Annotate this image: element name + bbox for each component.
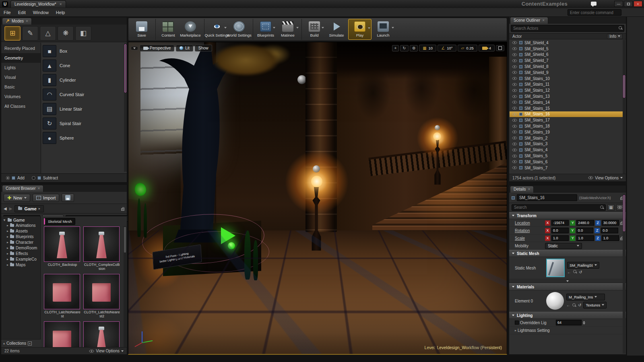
show-flags-button[interactable]: Show <box>195 45 212 51</box>
mode-category[interactable]: Lights <box>1 63 41 72</box>
chevron-down-icon[interactable] <box>322 27 324 29</box>
asset-tile[interactable]: CLOTH_Weight <box>83 321 120 347</box>
visibility-eye-icon[interactable] <box>512 113 517 116</box>
outliner-row[interactable]: SM_Shield_7 <box>510 58 623 64</box>
static-mesh-thumbnail[interactable] <box>546 259 565 277</box>
expand-arrow-icon[interactable]: ▸ <box>515 329 516 332</box>
minimize-button[interactable]: — <box>614 1 623 7</box>
view-options-button[interactable]: View Options <box>89 349 124 353</box>
expand-arrow-icon[interactable]: ▸ <box>7 241 8 244</box>
toolbar-button[interactable]: Matinee <box>276 19 299 40</box>
close-tab-icon[interactable]: × <box>528 187 530 191</box>
visibility-eye-icon[interactable] <box>512 136 517 140</box>
outliner-row[interactable]: SM_Shield_8 <box>510 64 623 70</box>
visibility-eye-icon[interactable] <box>512 148 517 152</box>
outliner-row[interactable]: SM_Stairs_3 <box>510 141 623 147</box>
scale-x-field[interactable]: 1.0 <box>551 235 569 241</box>
expand-arrow-icon[interactable]: ▸ <box>7 235 8 239</box>
visibility-eye-icon[interactable] <box>512 160 517 163</box>
actor-column-header[interactable]: Actor <box>512 34 522 39</box>
geometry-item[interactable]: Cylinder <box>43 73 125 87</box>
import-button[interactable]: ↓ Import <box>33 194 59 202</box>
visibility-eye-icon[interactable] <box>512 154 517 158</box>
overridden-value-field[interactable]: 64 <box>556 320 582 325</box>
tree-folder-item[interactable]: ▸ Maps <box>3 262 40 267</box>
lit-mode-button[interactable]: Lit <box>176 45 193 51</box>
outliner-row[interactable]: SM_Stairs_2 <box>510 135 623 141</box>
translate-tool-button[interactable]: + <box>392 45 399 51</box>
viewport-options-dropdown[interactable] <box>131 46 138 50</box>
geometry-item[interactable]: Sphere <box>43 131 125 145</box>
outliner-row[interactable]: SM_Stairs_6 <box>510 159 623 165</box>
browse-to-asset-icon[interactable] <box>573 270 577 274</box>
expand-arrow-icon[interactable]: ▸ <box>7 257 8 261</box>
toolbar-button[interactable]: Marketplace <box>179 19 202 40</box>
mobility-dropdown[interactable]: Static <box>545 243 582 249</box>
visibility-eye-icon[interactable] <box>512 65 517 68</box>
view-options-button[interactable]: View Options <box>588 176 623 180</box>
world-space-button[interactable]: ⊕ <box>410 45 418 51</box>
expand-arrow-icon[interactable]: ▸ <box>7 224 8 227</box>
scale-z-field[interactable]: 1.0 <box>602 235 619 241</box>
outliner-row[interactable]: SM_Stairs_17 <box>510 117 623 123</box>
geometry-item[interactable]: Box <box>43 44 125 58</box>
toolbar-button[interactable]: Save <box>130 19 153 40</box>
mode-category[interactable]: Visual <box>1 72 41 82</box>
close-tab-icon[interactable]: × <box>60 2 62 6</box>
visibility-eye-icon[interactable] <box>512 77 517 80</box>
expand-arrow-icon[interactable]: ▼ <box>3 218 6 222</box>
geometry-item[interactable]: Spiral Stair <box>43 116 125 131</box>
outliner-row[interactable]: SM_Shield_5 <box>510 46 623 52</box>
outliner-row[interactable]: SM_Shield_4 <box>510 40 623 46</box>
close-button[interactable]: × <box>634 1 642 7</box>
geometry-item[interactable]: Linear Stair <box>43 102 125 116</box>
menu-item[interactable]: Window <box>29 9 52 16</box>
details-tab[interactable]: Details × <box>510 186 534 193</box>
outliner-row[interactable]: SM_Stairs_19 <box>510 129 623 135</box>
mode-tool-button[interactable] <box>22 26 38 41</box>
tree-folder-item[interactable]: ▸ Assets <box>3 228 40 234</box>
level-tab[interactable]: Leveldesign_Workflow* × <box>10 0 66 8</box>
viewport[interactable]: 3rd Pass - Lighting better Lighting and … <box>128 42 507 355</box>
mode-tool-button[interactable] <box>4 26 21 41</box>
outliner-row[interactable]: SM_Stairs_5 <box>510 153 623 159</box>
modes-tab[interactable]: Modes × <box>2 18 32 25</box>
asset-tile[interactable]: CLOTH_ComplexCollision <box>83 226 120 272</box>
visibility-eye-icon[interactable] <box>512 71 517 74</box>
toolbar-button[interactable]: Content <box>155 19 179 40</box>
tree-folder-item[interactable]: ▸ ExampleCo <box>3 256 40 262</box>
visibility-eye-icon[interactable] <box>512 142 517 146</box>
lock-icon[interactable] <box>121 208 124 211</box>
visibility-eye-icon[interactable] <box>512 166 517 169</box>
visibility-eye-icon[interactable] <box>512 41 517 44</box>
mode-category[interactable]: Geometry <box>1 53 41 63</box>
scale-y-field[interactable]: 1.0 <box>576 235 594 241</box>
outliner-row[interactable]: SM_Stairs_14 <box>510 99 623 105</box>
rotate-tool-button[interactable]: ↻ <box>400 45 408 51</box>
rotation-z-field[interactable]: 0.0 <box>601 228 618 233</box>
mode-tool-button[interactable] <box>40 26 56 41</box>
toolbar-button[interactable]: Play <box>348 19 372 40</box>
details-scrollbar[interactable] <box>623 193 625 354</box>
close-tab-icon[interactable]: × <box>26 19 28 23</box>
tree-folder-item[interactable]: ▸ Animations <box>3 222 40 228</box>
search-actors-input[interactable] <box>511 25 624 32</box>
visibility-eye-icon[interactable] <box>512 83 517 86</box>
geometry-scrollbar[interactable] <box>124 43 127 172</box>
back-arrow-icon[interactable]: ◀ <box>4 206 7 211</box>
location-y-field[interactable]: 2480.0 <box>576 220 594 226</box>
rotation-label[interactable]: Rotation <box>515 228 544 233</box>
material-dropdown[interactable]: M_Railing_Ins <box>566 294 605 300</box>
static-mesh-dropdown[interactable]: SM_RailingSt <box>567 262 599 269</box>
outliner-row[interactable]: SM_Stairs_12 <box>510 87 623 93</box>
use-selected-icon[interactable]: ← <box>566 303 570 307</box>
visibility-eye-icon[interactable] <box>512 107 517 110</box>
static-mesh-section-header[interactable]: Static Mesh <box>509 250 626 257</box>
add-collection-icon[interactable]: + <box>28 341 32 346</box>
close-tab-icon[interactable]: × <box>37 187 40 191</box>
textures-dropdown[interactable]: Textures <box>583 302 607 309</box>
maximize-button[interactable] <box>624 1 633 7</box>
toolbar-button[interactable]: World Settings <box>227 19 251 40</box>
outliner-row[interactable]: SM_Shield_6 <box>510 52 623 58</box>
static-mesh-expander[interactable] <box>509 279 626 283</box>
